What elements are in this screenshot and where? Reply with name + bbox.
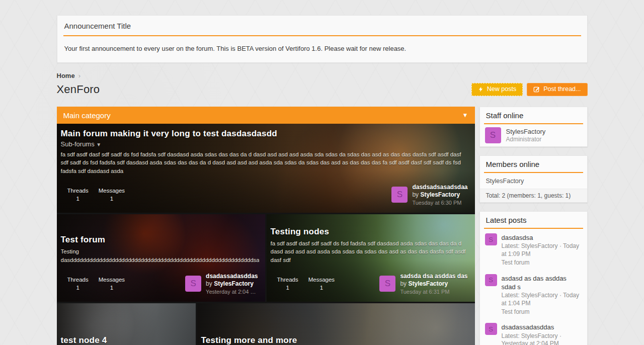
members-online-total: Total: 2 (members: 1, guests: 1) — [480, 189, 587, 202]
author-link[interactable]: StylesFactory — [408, 280, 448, 287]
avatar[interactable]: S — [379, 276, 395, 292]
node-title-link[interactable]: test node 4 — [61, 335, 190, 345]
author-link[interactable]: StylesFactory — [214, 280, 254, 287]
node-content: Testing more and more — [197, 303, 475, 345]
category-title: Main category — [63, 111, 111, 120]
latest-post-item[interactable]: S asdasd as das asddas sdad s Latest: St… — [480, 270, 587, 319]
messages-stat: Messages 1 — [308, 277, 335, 291]
latest-post-date[interactable]: Yesterday at 2:04 … — [206, 288, 258, 295]
staff-online-title: Staff online — [484, 107, 583, 124]
node-footer: Threads 1 Messages 1 S dasdsadsasads — [57, 179, 475, 213]
latest-posts-block: Latest posts S dasdasdsa Latest: StylesF… — [479, 211, 588, 345]
node-footer: Threads 1 Messages 1 S — [57, 268, 265, 302]
latest-post-date[interactable]: Tuesday at 6:30 PM — [412, 199, 467, 206]
node-content: Test forum Testing dasdddddddddddddddddd… — [57, 235, 265, 268]
messages-count: 1 — [99, 196, 125, 202]
announcement-title: Announcement Title — [63, 16, 581, 36]
staff-member-role: Administrator — [506, 136, 546, 143]
edit-icon — [533, 86, 540, 93]
author-link[interactable]: StylesFactory — [420, 191, 460, 198]
page-title: XenForo — [57, 83, 100, 96]
latest-post-forum[interactable]: Test forum — [502, 308, 581, 316]
latest-post-forum[interactable]: Test forum — [502, 259, 581, 267]
threads-stat: Threads 1 — [67, 277, 89, 291]
latest-post-item[interactable]: S dasdasdsa Latest: StylesFactory · Toda… — [480, 229, 587, 270]
staff-member-name[interactable]: StylesFactory — [506, 128, 546, 135]
forum-node-test-forum[interactable]: Test forum Testing dasdddddddddddddddddd… — [57, 214, 265, 302]
node-title-link[interactable]: Testing more and more — [201, 335, 469, 345]
forum-node-testing-more[interactable]: Testing more and more — [197, 303, 475, 345]
node-row: Test forum Testing dasdddddddddddddddddd… — [57, 214, 475, 302]
subforums-toggle[interactable]: Sub-forums ▼ — [61, 140, 469, 148]
avatar[interactable]: S — [485, 274, 497, 286]
avatar[interactable]: S — [485, 233, 497, 245]
forum-node-main-forum[interactable]: Main forum making it very long to test d… — [57, 124, 475, 213]
latest-post-info: dsadassadasddas Latest: StylesFactory · … — [502, 323, 581, 345]
node-description: Testing dasddddddddddddddddddddddddddddd… — [61, 247, 259, 264]
page-header: XenForo New posts Post thread... — [57, 83, 588, 96]
node-latest-post: S dsadassadasddas by StylesFactory Yeste… — [185, 273, 258, 295]
post-thread-label: Post thread... — [543, 86, 581, 93]
subforums-label: Sub-forums — [61, 140, 95, 148]
messages-count: 1 — [99, 285, 125, 291]
forum-node-testing-nodes[interactable]: Testing nodes fa sdf asdf dasf sdf sadf … — [267, 214, 475, 302]
node-latest-post: S dasdsadsasadsdaa by StylesFactory Tues… — [391, 184, 467, 206]
node-row: test node 4 Testing more and more — [57, 303, 475, 345]
latest-post-author-line: by StylesFactory — [412, 191, 467, 199]
latest-post-title[interactable]: sadsda dsa asddas das — [400, 273, 467, 281]
node-latest-post: S sadsda dsa asddas das by StylesFactory… — [379, 273, 467, 295]
members-online-list[interactable]: StylesFactory — [480, 173, 587, 189]
post-thread-button[interactable]: Post thread... — [527, 83, 587, 96]
latest-post-info: asdasd as das asddas sdad s Latest: Styl… — [502, 274, 581, 316]
latest-post-meta: Latest: StylesFactory · Today at 1:04 PM — [502, 292, 581, 308]
main-column: Main category ▼ Main forum making it ver… — [57, 107, 475, 345]
category-header: Main category ▼ — [57, 107, 475, 124]
latest-post-title[interactable]: dasdasdsa — [502, 233, 581, 242]
latest-post-meta: Latest: StylesFactory · Today at 1:09 PM — [502, 242, 581, 258]
node-stats: Threads 1 Messages 1 — [67, 188, 125, 202]
new-posts-button[interactable]: New posts — [471, 83, 523, 96]
node-title-link[interactable]: Main forum making it very long to test d… — [61, 129, 469, 139]
avatar[interactable]: S — [391, 187, 408, 203]
chevron-down-icon[interactable]: ▼ — [462, 112, 468, 119]
staff-member-info: StylesFactory Administrator — [506, 128, 546, 143]
node-content: Main forum making it very long to test d… — [57, 129, 475, 179]
latest-post-title[interactable]: dasdsadsasadsdaa — [412, 184, 467, 192]
avatar[interactable]: S — [485, 127, 501, 143]
avatar[interactable]: S — [185, 276, 201, 292]
threads-stat: Threads 1 — [67, 188, 89, 202]
node-title-link[interactable]: Test forum — [61, 235, 259, 245]
latest-post-author-line: by StylesFactory — [400, 280, 467, 288]
breadcrumb-home-link[interactable]: Home — [57, 72, 75, 79]
description-line: dasddddddddddddddddddddddddddddddddddddd… — [61, 256, 259, 265]
staff-member-row: S StylesFactory Administrator — [480, 124, 587, 146]
latest-post-info: sadsda dsa asddas das by StylesFactory T… — [400, 273, 467, 295]
latest-post-title[interactable]: dsadassadasddas — [206, 273, 258, 281]
members-online-title: Members online — [484, 156, 583, 173]
node-list: Main forum making it very long to test d… — [57, 124, 475, 345]
content-area: Main category ▼ Main forum making it ver… — [57, 107, 588, 345]
node-description: fa sdf asdf dasf sdf sadf ds fsd fadsfa … — [271, 239, 469, 265]
chevron-right-icon: › — [78, 72, 80, 79]
messages-label: Messages — [99, 188, 125, 194]
members-online-block: Members online StylesFactory Total: 2 (m… — [479, 155, 588, 203]
latest-post-info: dasdsadsasadsdaa by StylesFactory Tuesda… — [412, 184, 467, 206]
breadcrumb: Home › — [57, 72, 588, 79]
latest-post-title[interactable]: dsadassadasddas — [502, 323, 581, 331]
page-container: Announcement Title Your first announceme… — [57, 0, 588, 345]
node-content: test node 4 — [57, 303, 196, 345]
announcement-panel: Announcement Title Your first announceme… — [57, 15, 588, 63]
latest-post-info: dsadassadasddas by StylesFactory Yesterd… — [206, 273, 258, 295]
node-title-link[interactable]: Testing nodes — [271, 227, 469, 237]
node-stats: Threads 1 Messages 1 — [277, 277, 335, 291]
messages-label: Messages — [99, 277, 125, 283]
latest-post-title[interactable]: asdasd as das asddas sdad s — [502, 274, 581, 291]
node-description: fa sdf asdf dasf sdf sadf ds fsd fadsfa … — [61, 150, 469, 176]
latest-post-date[interactable]: Tuesday at 6:31 PM — [400, 288, 467, 295]
latest-post-item[interactable]: S dsadassadasddas Latest: StylesFactory … — [480, 318, 587, 345]
messages-stat: Messages 1 — [99, 188, 125, 202]
avatar[interactable]: S — [485, 323, 497, 335]
staff-online-block: Staff online S StylesFactory Administrat… — [479, 107, 588, 147]
announcement-body: Your first announcement to every user on… — [57, 36, 587, 62]
forum-node-test-node-4[interactable]: test node 4 — [57, 303, 196, 345]
